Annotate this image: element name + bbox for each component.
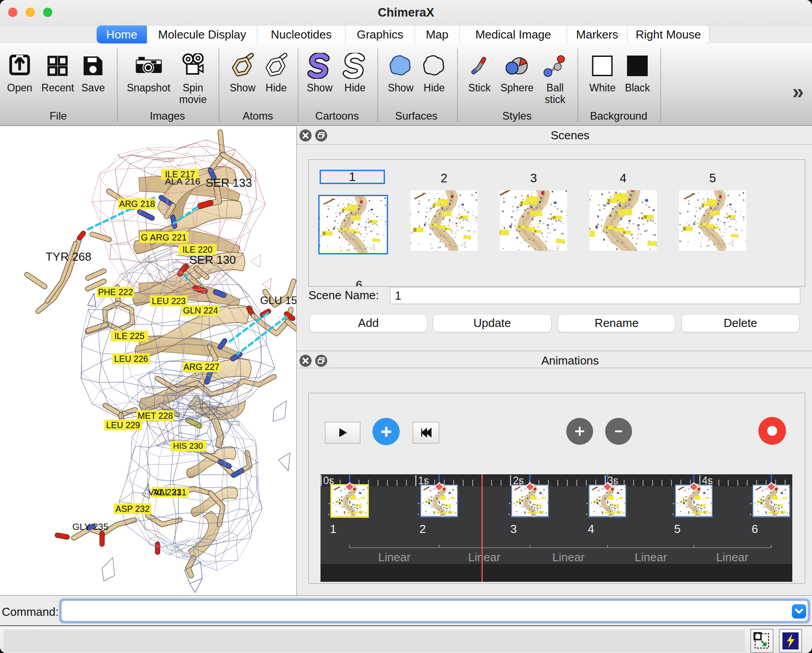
- svg-text:1: 1: [330, 522, 336, 536]
- svg-text:HIS 230: HIS 230: [173, 441, 203, 451]
- svg-text:GLU 150: GLU 150: [260, 294, 296, 306]
- svg-text:ALA 216: ALA 216: [165, 176, 200, 186]
- svg-text:TYR 268: TYR 268: [46, 250, 92, 263]
- svg-text:5: 5: [674, 522, 680, 536]
- svg-text:LEU 226: LEU 226: [114, 354, 148, 364]
- svg-text:Linear: Linear: [552, 550, 585, 564]
- svg-text:4: 4: [588, 522, 594, 536]
- svg-text:GLY 235: GLY 235: [73, 521, 109, 532]
- svg-text:2: 2: [419, 522, 426, 536]
- svg-text:3: 3: [510, 522, 517, 536]
- svg-text:Linear: Linear: [716, 550, 749, 564]
- svg-text:GLN 224: GLN 224: [183, 305, 218, 315]
- svg-text:LEU 223: LEU 223: [152, 296, 186, 306]
- svg-text:ARG 218: ARG 218: [119, 199, 155, 209]
- svg-text:Linear: Linear: [378, 550, 411, 564]
- svg-text:SER 133: SER 133: [205, 176, 252, 189]
- svg-text:MET 228: MET 228: [138, 411, 173, 421]
- svg-text:Linear: Linear: [468, 550, 501, 564]
- svg-text:Linear: Linear: [635, 550, 667, 564]
- svg-text:G ARG 221: G ARG 221: [141, 232, 187, 242]
- svg-text:6: 6: [752, 522, 758, 536]
- svg-text:ILE 225: ILE 225: [114, 331, 144, 341]
- svg-text:ASP 232: ASP 232: [115, 504, 150, 514]
- svg-text:PHE 222: PHE 222: [98, 287, 133, 297]
- svg-text:ARG 227: ARG 227: [184, 362, 219, 372]
- svg-text:SER 130: SER 130: [189, 253, 236, 266]
- svg-text:LEU 229: LEU 229: [106, 420, 140, 430]
- svg-text:VAL 231: VAL 231: [148, 487, 182, 497]
